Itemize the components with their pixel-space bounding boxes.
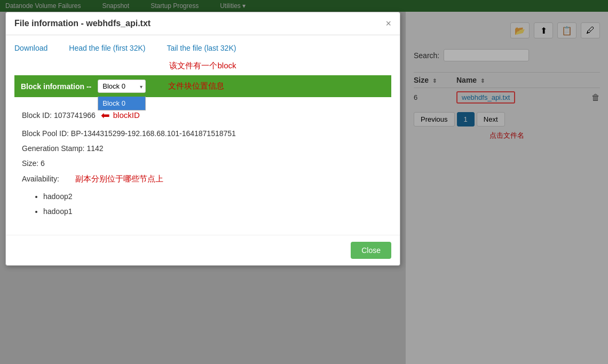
availability-label: Availability: bbox=[22, 171, 59, 186]
block-id-row: Block ID: 1073741966 ⬅ blockID bbox=[22, 105, 384, 126]
annotation-block-position: 文件块位置信息 bbox=[168, 81, 224, 91]
avail-node-2: hadoop1 bbox=[43, 204, 384, 219]
block-info-header: Block information -- Block 0 ▾ Block 0 文… bbox=[14, 75, 391, 97]
block-select-wrapper: Block 0 ▾ Block 0 bbox=[98, 80, 146, 93]
modal-links: Download Head the file (first 32K) Tail … bbox=[14, 44, 391, 52]
modal-close-btn[interactable]: Close bbox=[351, 242, 391, 259]
modal-footer: Close bbox=[6, 235, 400, 265]
annotation-availability: 副本分别位于哪些节点上 bbox=[75, 171, 163, 187]
modal-overlay: File information - webhdfs_api.txt × Dow… bbox=[0, 0, 608, 364]
modal-dialog: File information - webhdfs_api.txt × Dow… bbox=[5, 12, 400, 266]
head-file-link[interactable]: Head the file (first 32K) bbox=[69, 44, 145, 52]
availability-row: Availability: 副本分别位于哪些节点上 bbox=[22, 171, 384, 187]
size-text: Size: 6 bbox=[22, 156, 384, 171]
availability-section: hadoop2 hadoop1 bbox=[22, 189, 384, 219]
modal-header: File information - webhdfs_api.txt × bbox=[6, 12, 400, 35]
modal-body: Download Head the file (first 32K) Tail … bbox=[6, 35, 400, 235]
modal-title: File information - webhdfs_api.txt bbox=[14, 19, 151, 28]
dropdown-item-block0[interactable]: Block 0 bbox=[98, 97, 145, 110]
modal-close-button[interactable]: × bbox=[385, 19, 391, 28]
block-pool-id-text: Block Pool ID: BP-1344315299-192.168.68.… bbox=[22, 126, 384, 141]
block-dropdown: Block 0 bbox=[98, 97, 146, 110]
avail-node-1: hadoop2 bbox=[43, 189, 384, 204]
generation-stamp-text: Generation Stamp: 1142 bbox=[22, 141, 384, 156]
block-id-text: Block ID: 1073741966 bbox=[22, 108, 96, 123]
download-link[interactable]: Download bbox=[14, 44, 48, 52]
annotation-block-count: 该文件有一个block bbox=[14, 61, 391, 71]
block-details: Block ID: 1073741966 ⬅ blockID Block Poo… bbox=[14, 97, 391, 226]
availability-list: hadoop2 hadoop1 bbox=[43, 189, 384, 219]
block-select[interactable]: Block 0 bbox=[98, 80, 146, 93]
tail-file-link[interactable]: Tail the file (last 32K) bbox=[167, 44, 236, 52]
block-info-label: Block information -- bbox=[21, 82, 91, 91]
